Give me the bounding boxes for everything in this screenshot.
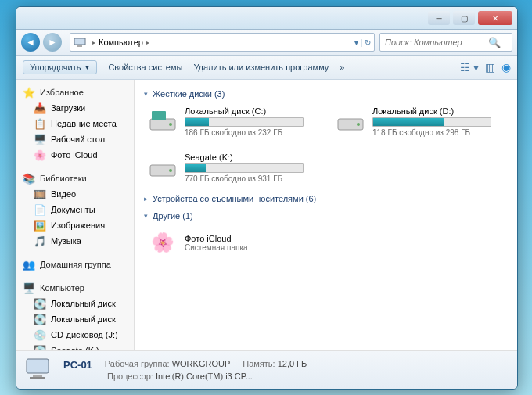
view-options-icon[interactable]: ☷ ▾ (460, 61, 479, 74)
icloud-icon: 🌸 (34, 149, 46, 161)
sidebar-computer-header[interactable]: 🖥️ Компьютер (16, 280, 134, 296)
hdd-icon: 💽 (34, 297, 46, 310)
maximize-button[interactable]: ▢ (453, 11, 475, 25)
navigation-bar: ◄ ► ▸ Компьютер ▸ ▾ | ↻ 🔍 (16, 30, 517, 56)
hdd-icon: 💽 (34, 313, 46, 325)
collapse-arrow-icon: ▾ (144, 90, 148, 98)
sidebar-item-pictures[interactable]: 🖼️Изображения (16, 217, 134, 233)
downloads-icon: 📥 (34, 102, 46, 114)
forward-button[interactable]: ► (43, 33, 62, 52)
chevron-right-icon[interactable]: ▸ (146, 39, 149, 46)
svg-rect-11 (30, 377, 45, 379)
sidebar-item-desktop[interactable]: 🖥️Рабочий стол (16, 131, 134, 147)
sidebar-favorites-header[interactable]: ⭐ Избранное (16, 84, 134, 100)
close-button[interactable]: ✕ (478, 11, 512, 25)
pictures-icon: 🖼️ (34, 219, 46, 232)
search-icon: 🔍 (488, 37, 501, 48)
minimize-button[interactable]: ─ (428, 11, 450, 25)
drive-d[interactable]: Локальный диск (D:) 118 ГБ свободно из 2… (336, 106, 493, 137)
sidebar-item-local-disk-d[interactable]: 💽Локальный диск (16, 311, 134, 327)
desktop-icon: 🖥️ (34, 133, 46, 145)
capacity-bar (185, 117, 304, 127)
svg-rect-3 (152, 111, 166, 120)
collapse-arrow-icon: ▾ (144, 212, 148, 220)
computer-name: PC-01 (63, 359, 92, 371)
expand-arrow-icon: ▸ (144, 195, 148, 203)
navigation-pane: ⭐ Избранное 📥Загрузки 📋Недавние места 🖥️… (16, 80, 135, 350)
drive-label: Локальный диск (C:) (185, 106, 304, 116)
documents-icon: 📄 (34, 203, 46, 216)
uninstall-program-button[interactable]: Удалить или изменить программу (193, 63, 329, 72)
section-other[interactable]: ▾Другие (1) (144, 211, 508, 221)
section-removable[interactable]: ▸Устройства со съемными носителями (6) (144, 194, 508, 203)
star-icon: ⭐ (23, 86, 35, 99)
back-button[interactable]: ◄ (21, 33, 40, 52)
svg-point-8 (169, 169, 172, 172)
other-item-icloud[interactable]: 🌸 Фото iCloud Системная папка (149, 228, 508, 257)
sidebar-item-local-disk-c[interactable]: 💽Локальный диск (16, 296, 134, 311)
sidebar-homegroup-header[interactable]: 👥 Домашняя группа (16, 257, 134, 272)
sidebar-item-seagate[interactable]: 💽Seagate (K:) (16, 343, 134, 350)
content-pane: ▾Жесткие диски (3) Локальный диск (C:) 1… (135, 80, 517, 350)
sidebar-item-documents[interactable]: 📄Документы (16, 202, 134, 217)
cd-icon: 💿 (34, 329, 46, 341)
search-box[interactable]: 🔍 (379, 33, 512, 52)
section-hard-disks[interactable]: ▾Жесткие диски (3) (144, 89, 508, 99)
refresh-icon[interactable]: ▾ | ↻ (354, 38, 371, 47)
svg-rect-10 (33, 375, 42, 377)
sidebar-item-recent[interactable]: 📋Недавние места (16, 116, 134, 131)
drive-label: Seagate (K:) (185, 153, 304, 162)
search-input[interactable] (383, 37, 488, 48)
capacity-bar (372, 117, 491, 127)
window-titlebar: ─ ▢ ✕ (16, 7, 517, 30)
svg-point-6 (357, 123, 360, 126)
drive-free-text: 118 ГБ свободно из 298 ГБ (372, 128, 491, 137)
drive-c[interactable]: Локальный диск (C:) 186 ГБ свободно из 2… (149, 106, 305, 137)
sidebar-item-music[interactable]: 🎵Музыка (16, 233, 134, 249)
organize-button[interactable]: Упорядочить ▼ (23, 60, 97, 74)
hdd-icon: 💽 (34, 344, 46, 350)
sidebar-item-downloads[interactable]: 📥Загрузки (16, 100, 134, 116)
chevron-right-icon[interactable]: ▸ (92, 39, 95, 46)
hdd-icon (336, 106, 365, 135)
drive-free-text: 186 ГБ свободно из 232 ГБ (185, 128, 304, 137)
homegroup-icon: 👥 (23, 258, 35, 271)
drive-free-text: 770 ГБ свободно из 931 ГБ (185, 174, 304, 183)
capacity-bar (185, 163, 304, 173)
hdd-icon (149, 106, 177, 135)
recent-icon: 📋 (34, 117, 46, 130)
command-toolbar: Упорядочить ▼ Свойства системы Удалить и… (16, 56, 517, 80)
video-icon: 🎞️ (34, 188, 46, 200)
sidebar-item-icloud-photos[interactable]: 🌸Фото iCloud (16, 147, 134, 163)
music-icon: 🎵 (34, 235, 46, 247)
system-properties-button[interactable]: Свойства системы (108, 63, 182, 72)
svg-rect-9 (27, 359, 49, 373)
computer-icon: 🖥️ (23, 282, 35, 294)
svg-rect-0 (74, 38, 85, 45)
svg-rect-1 (77, 45, 82, 47)
sidebar-item-cd-drive[interactable]: 💿CD-дисковод (J:) (16, 327, 134, 343)
more-commands-button[interactable]: » (340, 63, 344, 72)
sidebar-libraries-header[interactable]: 📚 Библиотеки (16, 171, 134, 186)
details-pane: PC-01 Рабочая группа: WORKGROUP Память: … (16, 350, 517, 389)
other-item-name: Фото iCloud (185, 234, 248, 243)
explorer-window: ─ ▢ ✕ ◄ ► ▸ Компьютер ▸ ▾ | ↻ 🔍 Упорядоч… (16, 6, 518, 390)
hdd-icon (149, 153, 177, 181)
help-icon[interactable]: ◉ (501, 61, 511, 74)
drive-label: Локальный диск (D:) (372, 106, 491, 116)
icloud-photos-icon: 🌸 (149, 228, 177, 257)
libraries-icon: 📚 (23, 172, 35, 185)
address-bar[interactable]: ▸ Компьютер ▸ ▾ | ↻ (70, 33, 375, 52)
svg-point-4 (169, 123, 172, 126)
computer-icon (24, 356, 56, 384)
sidebar-item-videos[interactable]: 🎞️Видео (16, 186, 134, 202)
breadcrumb-computer[interactable]: Компьютер (99, 38, 143, 47)
window-body: ⭐ Избранное 📥Загрузки 📋Недавние места 🖥️… (16, 80, 517, 350)
preview-pane-icon[interactable]: ▥ (485, 61, 495, 74)
drive-k[interactable]: Seagate (K:) 770 ГБ свободно из 931 ГБ (149, 153, 305, 183)
computer-icon (74, 36, 86, 48)
other-item-sub: Системная папка (185, 243, 248, 252)
